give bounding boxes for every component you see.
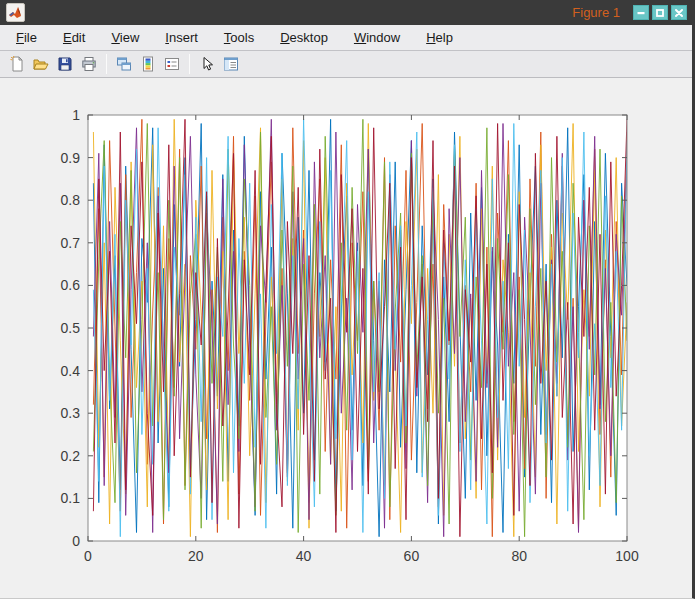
y-tick-label: 0.3 (61, 405, 81, 421)
y-tick-label: 1 (72, 107, 80, 123)
link-plot-icon (115, 55, 133, 73)
plot-browser-icon (222, 55, 240, 73)
x-tick-label: 80 (511, 548, 527, 564)
menu-view[interactable]: View (103, 26, 147, 49)
menu-desktop[interactable]: Desktop (272, 26, 336, 49)
open-file-button[interactable] (29, 53, 53, 76)
menu-edit[interactable]: Edit (55, 26, 93, 49)
y-tick-label: 0.7 (61, 235, 81, 251)
menu-help[interactable]: Help (418, 26, 461, 49)
open-folder-icon (32, 55, 50, 73)
y-tick-label: 0.9 (61, 150, 81, 166)
printer-icon (80, 55, 98, 73)
insert-colorbar-button[interactable] (136, 53, 160, 76)
menu-insert[interactable]: Insert (157, 26, 206, 49)
maximize-button[interactable] (652, 5, 668, 20)
new-document-icon (8, 55, 26, 73)
y-tick-label: 0.1 (61, 490, 81, 506)
close-button[interactable] (671, 5, 687, 20)
colorbar-icon (139, 55, 157, 73)
y-tick-label: 0.4 (61, 363, 81, 379)
menubar: File Edit View Insert Tools Desktop Wind… (0, 25, 692, 51)
insert-legend-button[interactable] (160, 53, 184, 76)
toolbar-separator (189, 54, 190, 74)
matlab-logo-icon (6, 3, 25, 22)
window-title: Figure 1 (572, 5, 620, 20)
save-figure-button[interactable] (53, 53, 77, 76)
menu-window[interactable]: Window (346, 26, 408, 49)
minimize-button[interactable] (633, 5, 649, 20)
y-tick-label: 0.8 (61, 192, 81, 208)
print-figure-button[interactable] (77, 53, 101, 76)
plot-browser-button[interactable] (219, 53, 243, 76)
y-tick-label: 0.5 (61, 320, 81, 336)
y-tick-label: 0.6 (61, 277, 81, 293)
close-icon (674, 8, 684, 18)
x-tick-label: 100 (615, 548, 639, 564)
minimize-icon (636, 8, 646, 18)
menu-file[interactable]: File (8, 26, 45, 49)
y-tick-label: 0.2 (61, 448, 81, 464)
figure-toolbar (0, 51, 692, 78)
y-tick-label: 0 (72, 533, 80, 549)
link-plot-button[interactable] (112, 53, 136, 76)
x-tick-label: 20 (188, 548, 204, 564)
maximize-icon (655, 8, 665, 18)
cursor-arrow-icon (198, 55, 216, 73)
x-tick-label: 0 (84, 548, 92, 564)
figure-window: Figure 1 File Edit View Insert Tools Des… (0, 0, 695, 599)
new-figure-button[interactable] (5, 53, 29, 76)
menu-tools[interactable]: Tools (216, 26, 262, 49)
legend-icon (163, 55, 181, 73)
figure-canvas[interactable]: 02040608010000.10.20.30.40.50.60.70.80.9… (0, 79, 692, 598)
x-tick-label: 40 (296, 548, 312, 564)
axes-plot[interactable]: 02040608010000.10.20.30.40.50.60.70.80.9… (0, 79, 692, 599)
toolbar-separator (106, 54, 107, 74)
x-tick-label: 60 (404, 548, 420, 564)
edit-plot-button[interactable] (195, 53, 219, 76)
titlebar[interactable]: Figure 1 (0, 0, 692, 25)
save-floppy-icon (56, 55, 74, 73)
